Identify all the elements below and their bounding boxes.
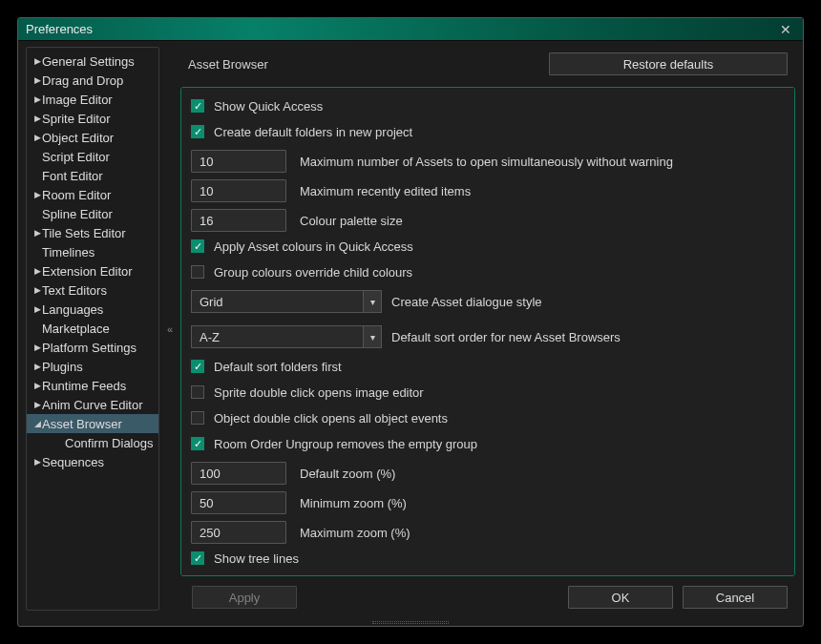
sidebar-item-label: Font Editor — [42, 169, 103, 183]
restore-defaults-button[interactable]: Restore defaults — [549, 52, 788, 75]
sidebar-item-font-editor[interactable]: ▶Font Editor — [27, 166, 158, 185]
input-palette-size[interactable] — [191, 209, 286, 232]
sidebar-item-timelines[interactable]: ▶Timelines — [27, 242, 158, 261]
splitter-handle[interactable]: « — [165, 47, 175, 611]
sidebar-item-runtime-feeds[interactable]: ▶Runtime Feeds — [27, 376, 158, 395]
sidebar-item-label: Extension Editor — [42, 264, 133, 279]
checkbox-apply-colours-qa[interactable]: ✓ — [191, 239, 204, 253]
label-min-zoom: Minimum zoom (%) — [300, 496, 407, 510]
checkbox-sort-folders-first[interactable]: ✓ — [191, 360, 204, 373]
input-max-zoom[interactable] — [191, 521, 286, 544]
chevron-right-icon[interactable]: ▶ — [32, 228, 42, 238]
sidebar-item-label: Languages — [42, 302, 103, 317]
sidebar-item-asset-browser[interactable]: ◢Asset Browser — [27, 414, 158, 433]
combo-dialogue-style-value: Grid — [191, 290, 363, 313]
chevron-right-icon[interactable]: ▶ — [32, 457, 42, 467]
sidebar-item-label: General Settings — [42, 54, 135, 69]
input-default-zoom[interactable] — [191, 462, 286, 485]
chevron-right-icon[interactable]: ▶ — [32, 285, 42, 295]
sidebar-item-label: Sequences — [42, 455, 104, 469]
checkbox-show-quick-access[interactable]: ✓ — [191, 99, 204, 113]
sidebar-item-label: Runtime Feeds — [42, 379, 126, 393]
sidebar-item-platform-settings[interactable]: ▶Platform Settings — [27, 338, 158, 357]
sidebar-item-image-editor[interactable]: ▶Image Editor — [27, 90, 158, 109]
sidebar-item-label: Drag and Drop — [42, 73, 123, 88]
chevron-right-icon[interactable]: ▶ — [32, 190, 42, 199]
cancel-button[interactable]: Cancel — [683, 586, 788, 609]
sidebar-item-label: Script Editor — [42, 150, 110, 164]
sidebar-item-label: Text Editors — [42, 283, 107, 298]
input-max-recent[interactable] — [191, 179, 286, 202]
chevron-right-icon[interactable]: ▶ — [32, 114, 42, 123]
sidebar-item-room-editor[interactable]: ▶Room Editor — [27, 185, 158, 204]
combo-dialogue-style[interactable]: Grid ▾ — [191, 290, 382, 313]
chevron-right-icon[interactable]: ▶ — [32, 75, 42, 85]
sidebar-item-spline-editor[interactable]: ▶Spline Editor — [27, 204, 158, 223]
preferences-dialog: Preferences ✕ ▶General Settings▶Drag and… — [17, 17, 804, 627]
input-max-open-assets[interactable] — [191, 150, 286, 173]
sidebar-item-confirm-dialogs[interactable]: ▶Confirm Dialogs — [27, 433, 158, 452]
chevron-right-icon[interactable]: ▶ — [32, 56, 42, 66]
label-sprite-dbl-click: Sprite double click opens image editor — [214, 385, 424, 400]
checkbox-create-default-folders[interactable]: ✓ — [191, 125, 204, 138]
page-title: Asset Browser — [188, 57, 541, 72]
input-min-zoom[interactable] — [191, 491, 286, 514]
label-default-zoom: Default zoom (%) — [300, 467, 395, 481]
sidebar-item-label: Confirm Dialogs — [65, 436, 153, 450]
chevron-right-icon[interactable]: ▶ — [32, 400, 42, 409]
checkbox-group-colours-override[interactable] — [191, 265, 204, 279]
sidebar-item-object-editor[interactable]: ▶Object Editor — [27, 128, 158, 147]
label-max-open-assets: Maximum number of Assets to open simulta… — [300, 155, 673, 169]
label-sort-order: Default sort order for new Asset Browser… — [391, 330, 621, 344]
sidebar-item-marketplace[interactable]: ▶Marketplace — [27, 319, 158, 338]
sidebar-item-drag-and-drop[interactable]: ▶Drag and Drop — [27, 71, 158, 90]
label-show-quick-access: Show Quick Access — [214, 99, 323, 114]
sidebar-item-extension-editor[interactable]: ▶Extension Editor — [27, 261, 158, 280]
sidebar-item-script-editor[interactable]: ▶Script Editor — [27, 147, 158, 166]
titlebar[interactable]: Preferences ✕ — [18, 18, 803, 41]
label-sort-folders-first: Default sort folders first — [214, 360, 342, 374]
sidebar-item-plugins[interactable]: ▶Plugins — [27, 357, 158, 376]
chevron-down-icon[interactable]: ▾ — [363, 290, 382, 313]
close-icon[interactable]: ✕ — [776, 22, 795, 37]
checkbox-sprite-dbl-click[interactable] — [191, 385, 204, 399]
settings-panel: ✓ Show Quick Access ✓ Create default fol… — [180, 87, 795, 576]
sidebar-item-label: Anim Curve Editor — [42, 398, 142, 412]
sidebar-item-label: Spline Editor — [42, 207, 113, 221]
ok-button[interactable]: OK — [568, 586, 673, 609]
chevron-right-icon[interactable]: ▶ — [32, 381, 42, 390]
chevron-right-icon[interactable]: ▶ — [32, 304, 42, 314]
sidebar-item-sequences[interactable]: ▶Sequences — [27, 452, 158, 471]
chevron-right-icon[interactable]: ▶ — [32, 362, 42, 371]
window-title: Preferences — [26, 22, 776, 36]
checkbox-object-dbl-click[interactable] — [191, 411, 204, 425]
sidebar-item-sprite-editor[interactable]: ▶Sprite Editor — [27, 109, 158, 128]
label-show-tree-lines: Show tree lines — [214, 551, 299, 566]
sidebar-item-general-settings[interactable]: ▶General Settings — [27, 52, 158, 71]
chevron-right-icon[interactable]: ▶ — [32, 343, 42, 352]
chevron-down-icon[interactable]: ▾ — [363, 325, 382, 348]
sidebar-item-languages[interactable]: ▶Languages — [27, 300, 158, 319]
category-sidebar[interactable]: ▶General Settings▶Drag and Drop▶Image Ed… — [26, 47, 159, 611]
checkbox-show-tree-lines[interactable]: ✓ — [191, 551, 204, 565]
chevron-down-icon[interactable]: ◢ — [32, 419, 42, 428]
sidebar-item-label: Image Editor — [42, 93, 113, 107]
chevron-right-icon[interactable]: ▶ — [32, 94, 42, 104]
sidebar-item-label: Marketplace — [42, 322, 110, 336]
resize-handle[interactable] — [18, 618, 803, 626]
sidebar-item-label: Object Editor — [42, 131, 114, 145]
apply-button[interactable]: Apply — [192, 586, 297, 609]
label-max-recent: Maximum recently edited items — [300, 184, 471, 198]
label-group-colours-override: Group colours override child colours — [214, 265, 412, 280]
label-dialogue-style: Create Asset dialogue style — [391, 295, 542, 309]
sidebar-item-label: Platform Settings — [42, 341, 137, 355]
checkbox-room-ungroup[interactable]: ✓ — [191, 437, 204, 450]
chevron-right-icon[interactable]: ▶ — [32, 133, 42, 142]
sidebar-item-anim-curve-editor[interactable]: ▶Anim Curve Editor — [27, 395, 158, 414]
sidebar-item-text-editors[interactable]: ▶Text Editors — [27, 280, 158, 300]
sidebar-item-label: Sprite Editor — [42, 112, 111, 126]
sidebar-item-label: Timelines — [42, 245, 95, 260]
sidebar-item-tile-sets-editor[interactable]: ▶Tile Sets Editor — [27, 223, 158, 242]
chevron-right-icon[interactable]: ▶ — [32, 266, 42, 276]
combo-sort-order[interactable]: A-Z ▾ — [191, 325, 382, 348]
